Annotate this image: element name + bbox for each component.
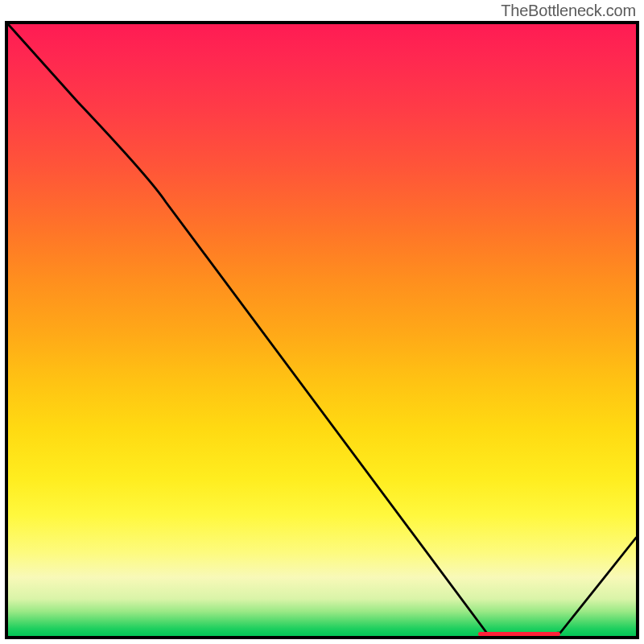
attribution-label: TheBottleneck.com — [501, 2, 636, 20]
plot-frame — [5, 21, 639, 639]
bottleneck-curve — [5, 21, 639, 639]
optimum-marker — [478, 632, 560, 636]
curve-path — [8, 24, 636, 636]
chart-container: TheBottleneck.com — [0, 0, 644, 644]
